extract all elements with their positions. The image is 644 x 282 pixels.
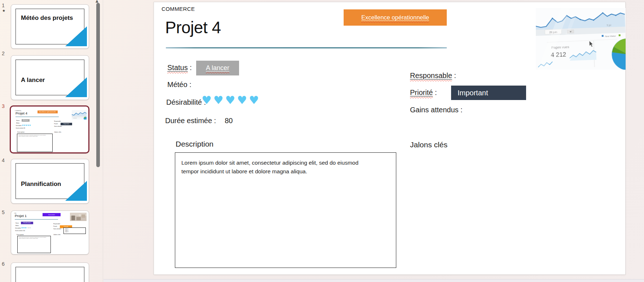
slide-thumbnail-3-selected[interactable]: COMMERCE Projet 4 Excellence opérationne…: [10, 105, 89, 153]
mini-status-label: Status :: [16, 222, 19, 224]
mini-description-label: Description: [17, 234, 24, 235]
scrollbar-thumb[interactable]: [96, 3, 100, 167]
mini-slide-title: A lancer: [21, 76, 45, 84]
mini-meteo-label: Météo :: [16, 225, 19, 226]
mini-priority-label: Priorité :: [53, 226, 58, 227]
slide-number-4: 4: [2, 157, 5, 163]
mini-milestones-label: Jalons clés: [54, 131, 61, 133]
priority-badge[interactable]: Important: [451, 86, 526, 100]
mini-milestones-label: Jalons clés: [53, 234, 61, 235]
slide-number-1: 1: [2, 3, 5, 8]
photo-legend: New Visitor: [605, 35, 616, 37]
slide-number-2: 2: [2, 51, 5, 56]
status-bar: [103, 279, 644, 282]
mini-slide-title: Météo des projets: [21, 14, 75, 22]
mini-status-badge: A lancer: [22, 119, 30, 122]
colon: :: [452, 71, 456, 79]
slide-thumbnail-6[interactable]: [11, 263, 89, 282]
colon: :: [188, 64, 192, 71]
mini-gains-label: Gains attendus :: [54, 126, 62, 127]
description-text: Lorem ipsum dolor sit amet, consectetur …: [181, 159, 385, 176]
slide-thumbnail-1[interactable]: Météo des projets: [11, 4, 89, 49]
mini-hearts-filled: ♥♥♥: [21, 227, 27, 229]
mini-title-underline: [15, 219, 58, 220]
responsible-label[interactable]: Responsable :: [410, 70, 456, 81]
colon: :: [433, 88, 437, 96]
mini-gains-label: Gains attendus :: [53, 228, 62, 230]
mini-desirability-label: Désirabilité :: [16, 125, 22, 126]
tag-label: Excellence opérationnelle: [361, 14, 429, 21]
mini-duration-value: 80: [24, 127, 25, 129]
mini-description-text: Lorem ipsum dolor sit amet, consectetur …: [18, 135, 50, 137]
slide-title-textbox[interactable]: Projet 4: [165, 18, 221, 37]
slide-thumbnail-4[interactable]: Plannification: [11, 159, 89, 204]
mini-slide-title: Plannification: [21, 180, 61, 188]
meteo-label[interactable]: Météo :: [167, 79, 191, 90]
slide-thumbnail-2[interactable]: A lancer: [11, 55, 89, 100]
mini-duration-label: Durée estimée :: [15, 230, 23, 231]
title-underline: [166, 47, 447, 48]
slide-photo[interactable]: 5 jul 29 juin New Visitor Pages vues 4 2…: [536, 8, 626, 70]
mini-priority-label: Priorité :: [54, 123, 58, 125]
scrollbar-up-arrow-icon[interactable]: ▲: [96, 0, 98, 3]
mini-description-box: Lorem ipsum dolor sit amet, consectetur …: [17, 134, 53, 152]
slide-number-3: 3: [2, 103, 5, 109]
description-label[interactable]: Description: [176, 139, 213, 149]
priority-label[interactable]: Priorité :: [410, 87, 437, 97]
mini-date-item: Date 3: [65, 231, 68, 233]
slide-thumbnail-5[interactable]: CSE Projet 1 Innovation Status : Planifi…: [11, 211, 89, 255]
mini-title: Projet 1: [15, 214, 27, 218]
mini-tag-badge: Excellence opérationnelle: [38, 110, 58, 113]
mini-title-underline: [16, 117, 59, 117]
milestones-label[interactable]: Jalons clés: [410, 140, 447, 150]
mini-project-slide: CSE Projet 1 Innovation Status : Planifi…: [13, 212, 87, 255]
category-textbox[interactable]: COMMERCE: [162, 6, 195, 12]
mini-analytics-photo: [72, 110, 87, 120]
mini-slide-frame: [16, 267, 84, 282]
panel-divider: [103, 0, 103, 282]
mini-meteo-label: Météo :: [16, 122, 20, 124]
mini-desirability-label: Désirabilité :: [15, 227, 22, 229]
mini-description-label: Description: [17, 131, 25, 133]
mini-responsible-label: Responsable :: [53, 223, 61, 225]
status-value: A lancer: [206, 64, 229, 71]
mini-duration-label: Durée estimée :: [16, 127, 24, 129]
mini-project-slide: COMMERCE Projet 4 Excellence opérationne…: [14, 109, 88, 152]
tag-badge[interactable]: Excellence opérationnelle: [344, 9, 447, 26]
mini-tag-badge: Innovation: [43, 213, 61, 216]
mini-priority-badge: Important: [61, 123, 72, 125]
duration-row[interactable]: Durée estimée :80: [165, 116, 233, 126]
mini-room-photo: [70, 213, 87, 221]
responsible-word: Responsable: [410, 71, 452, 79]
mini-status-label: Status :: [16, 120, 20, 121]
mini-hearts-empty: ♥♥: [27, 227, 31, 229]
slide-number-6: 6: [2, 261, 5, 267]
slide-canvas[interactable]: COMMERCE Projet 4 Excellence opérationne…: [154, 2, 626, 275]
status-label[interactable]: Status :: [167, 62, 192, 73]
mini-duration-value: 100: [23, 230, 25, 231]
desirability-hearts[interactable]: ♥♥♥♥♥: [202, 94, 261, 107]
mini-title: Projet 4: [16, 111, 27, 115]
mini-description-box: Lorem ipsum dolor sit amet, consectetur …: [17, 236, 51, 253]
mini-responsible-label: Responsable :: [54, 121, 61, 122]
mini-status-badge: Planification: [21, 222, 33, 224]
mini-description-text: Lorem ipsum dolor sit amet, consectetur …: [19, 237, 49, 239]
status-word: Status: [167, 64, 188, 71]
priority-word: Priorité: [410, 88, 433, 96]
status-badge[interactable]: A lancer: [196, 61, 239, 75]
mini-dates-box: Date 1 Date 2 Date 3: [63, 227, 86, 234]
slide-number-5: 5: [2, 209, 5, 215]
gains-label[interactable]: Gains attendus :: [410, 105, 463, 115]
duration-label: Durée estimée :: [165, 117, 216, 125]
animation-star-icon: ★: [2, 9, 5, 13]
duration-value: 80: [225, 117, 233, 125]
description-box[interactable]: Lorem ipsum dolor sit amet, consectetur …: [175, 152, 396, 268]
mini-hearts: ♥♥♥♥♥: [22, 124, 31, 126]
desirability-label[interactable]: Désirabilité :: [166, 97, 206, 107]
